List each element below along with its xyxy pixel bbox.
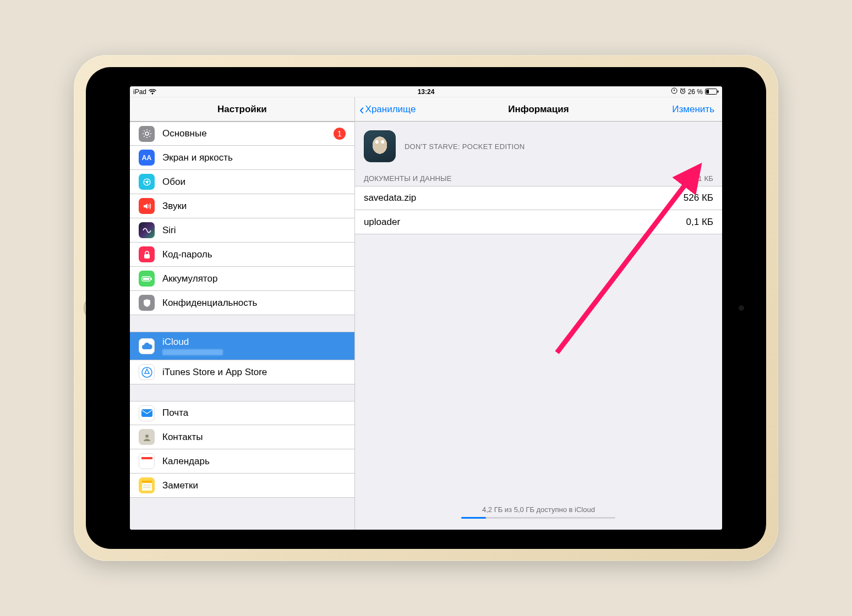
svg-rect-17 (142, 481, 152, 483)
siri-icon (139, 222, 155, 238)
wallpaper-icon (139, 174, 155, 190)
document-row[interactable]: savedata.zip 526 КБ (355, 186, 722, 210)
svg-rect-8 (144, 254, 150, 258)
wifi-icon (149, 89, 156, 95)
detail-navbar: ‹ Хранилище Информация Изменить (355, 97, 722, 122)
document-size: 0,1 КБ (686, 217, 713, 228)
sidebar-item-label: Код-пароль (162, 249, 212, 260)
alarm-icon (680, 88, 686, 96)
sidebar-item-label: Аккумулятор (162, 273, 217, 284)
sidebar-item-contacts[interactable]: Контакты (130, 425, 354, 449)
svg-rect-10 (151, 278, 152, 280)
master-title: Настройки (217, 104, 267, 115)
section-title: ДОКУМЕНТЫ И ДАННЫЕ (364, 174, 452, 183)
storage-footer: 4,2 ГБ из 5,0 ГБ доступно в iCloud (355, 505, 722, 519)
front-camera (739, 305, 744, 311)
mail-icon (139, 405, 155, 421)
settings-sidebar: Настройки Основные 1 AA Экран и яркость (130, 97, 355, 530)
contacts-icon (139, 429, 155, 445)
sidebar-item-label: Почта (162, 408, 188, 419)
svg-point-14 (145, 435, 149, 438)
calendar-icon (139, 453, 155, 469)
back-label: Хранилище (365, 104, 416, 115)
svg-rect-3 (706, 90, 709, 94)
sidebar-item-calendar[interactable]: Календарь (130, 449, 354, 474)
detail-body[interactable]: DON'T STARVE: POCKET EDITION ДОКУМЕНТЫ И… (355, 122, 722, 530)
svg-rect-11 (143, 278, 149, 280)
section-total: 526,1 КБ (684, 174, 713, 183)
sidebar-item-privacy[interactable]: Конфиденциальность (130, 291, 354, 315)
battery-setting-icon (139, 271, 155, 287)
sidebar-item-label: iTunes Store и App Store (162, 367, 267, 378)
icloud-icon (139, 338, 155, 354)
settings-list[interactable]: Основные 1 AA Экран и яркость Обои (130, 122, 354, 530)
chevron-left-icon: ‹ (359, 102, 364, 117)
sound-icon (139, 198, 155, 214)
sidebar-item-wallpaper[interactable]: Обои (130, 170, 354, 194)
sidebar-item-label: Контакты (162, 432, 203, 443)
device-label: iPad (133, 88, 146, 96)
detail-pane: ‹ Хранилище Информация Изменить DON'T ST… (355, 97, 722, 530)
battery-percent: 26 % (688, 88, 703, 96)
sidebar-item-label: Обои (162, 177, 185, 188)
device-bezel: iPad 13:24 26 % (86, 67, 766, 549)
sidebar-item-label: Заметки (162, 480, 198, 491)
sidebar-item-icloud[interactable]: iCloud (130, 332, 354, 360)
display-icon: AA (139, 150, 155, 166)
orientation-lock-icon (671, 87, 678, 96)
sidebar-item-label: Конфиденциальность (162, 298, 257, 309)
app-icon (364, 130, 396, 162)
sidebar-item-mail[interactable]: Почта (130, 401, 354, 425)
battery-icon (705, 89, 719, 95)
svg-rect-4 (718, 91, 719, 93)
screen: iPad 13:24 26 % (130, 86, 722, 530)
storage-bar (461, 517, 615, 519)
detail-title: Информация (508, 104, 569, 115)
edit-button[interactable]: Изменить (672, 104, 714, 115)
sidebar-item-passcode[interactable]: Код-пароль (130, 243, 354, 267)
section-header: ДОКУМЕНТЫ И ДАННЫЕ 526,1 КБ (355, 171, 722, 186)
sidebar-item-battery[interactable]: Аккумулятор (130, 267, 354, 291)
sidebar-item-label: Siri (162, 225, 176, 236)
sidebar-item-label: Звуки (162, 201, 187, 212)
sidebar-item-notes[interactable]: Заметки (130, 474, 354, 498)
sidebar-item-label: Календарь (162, 456, 210, 467)
svg-rect-13 (141, 409, 152, 417)
svg-rect-15 (141, 457, 152, 459)
clock: 13:24 (418, 88, 435, 96)
sidebar-item-siri[interactable]: Siri (130, 218, 354, 243)
document-name: savedata.zip (364, 193, 416, 204)
document-size: 526 КБ (684, 193, 713, 204)
sidebar-item-display[interactable]: AA Экран и яркость (130, 146, 354, 170)
sidebar-item-general[interactable]: Основные 1 (130, 122, 354, 146)
master-navbar: Настройки (130, 97, 354, 122)
document-row[interactable]: uploader 0,1 КБ (355, 210, 722, 234)
icloud-account-blur (162, 349, 223, 355)
document-name: uploader (364, 217, 400, 228)
svg-point-5 (145, 132, 149, 135)
gear-icon (139, 126, 155, 142)
appstore-icon (139, 364, 155, 380)
notification-badge: 1 (334, 128, 346, 140)
storage-bar-fill (461, 517, 486, 519)
storage-footer-text: 4,2 ГБ из 5,0 ГБ доступно в iCloud (482, 505, 595, 514)
ipad-frame: iPad 13:24 26 % (74, 55, 778, 561)
sidebar-item-label: Экран и яркость (162, 152, 233, 163)
status-bar: iPad 13:24 26 % (130, 86, 722, 97)
sidebar-item-label: iCloud (162, 337, 223, 348)
sidebar-item-sounds[interactable]: Звуки (130, 194, 354, 218)
notes-icon (139, 477, 155, 493)
app-header: DON'T STARVE: POCKET EDITION (355, 122, 722, 171)
passcode-icon (139, 246, 155, 262)
privacy-icon (139, 295, 155, 311)
sidebar-item-label: Основные (162, 128, 207, 139)
back-button[interactable]: ‹ Хранилище (359, 102, 416, 117)
svg-rect-18 (142, 483, 152, 491)
svg-rect-16 (141, 459, 152, 466)
app-name: DON'T STARVE: POCKET EDITION (405, 142, 525, 151)
sidebar-item-appstore[interactable]: iTunes Store и App Store (130, 360, 354, 384)
